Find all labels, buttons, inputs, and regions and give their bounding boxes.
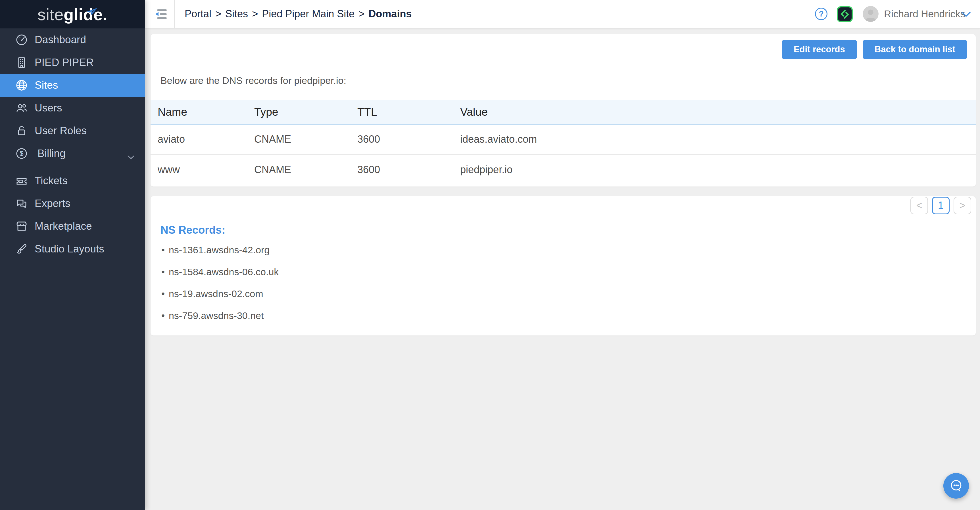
sidebar-item-pied-piper[interactable]: PIED PIPER bbox=[0, 51, 145, 74]
pagination-prev-button[interactable]: < bbox=[910, 197, 928, 214]
breadcrumb-separator: > bbox=[252, 8, 258, 20]
list-item: • ns-1361.awsdns-42.org bbox=[161, 244, 278, 266]
paper-plane-icon bbox=[86, 0, 98, 19]
sidebar-item-label: PIED PIPER bbox=[35, 57, 94, 69]
paintbrush-icon bbox=[15, 242, 29, 256]
svg-text:$: $ bbox=[20, 150, 24, 157]
topbar: Portal > Sites > Pied Piper Main Site > … bbox=[145, 0, 980, 29]
user-menu[interactable]: Richard Hendricks bbox=[884, 0, 965, 28]
ticket-icon bbox=[15, 174, 29, 188]
breadcrumb-site-name[interactable]: Pied Piper Main Site bbox=[262, 8, 355, 20]
breadcrumb-separator: > bbox=[215, 8, 221, 20]
table-row[interactable]: www CNAME 3600 piedpiper.io bbox=[151, 155, 976, 185]
sidebar-item-marketplace[interactable]: Marketplace bbox=[0, 215, 145, 237]
cell-name: aviato bbox=[151, 133, 254, 145]
sidebar-item-label: Marketplace bbox=[35, 220, 92, 232]
logo-dot: . bbox=[103, 5, 108, 24]
cell-ttl: 3600 bbox=[357, 164, 460, 176]
logo[interactable]: siteglide. bbox=[0, 0, 145, 29]
sidebar: siteglide. Dashboard PIED PIPER Sites bbox=[0, 0, 145, 510]
ns-records-card: < 1 > NS Records: • ns-1361.awsdns-42.or… bbox=[151, 196, 976, 335]
topbar-divider bbox=[174, 0, 175, 28]
sidebar-item-sites[interactable]: Sites bbox=[0, 74, 145, 97]
sidebar-item-billing[interactable]: $ Billing bbox=[0, 142, 145, 165]
list-item: • ns-759.awsdns-30.net bbox=[161, 310, 278, 332]
ns-record-value: ns-1361.awsdns-42.org bbox=[169, 244, 270, 255]
bullet: • bbox=[161, 266, 165, 277]
chevron-down-icon bbox=[127, 151, 135, 163]
dashboard-icon bbox=[15, 33, 29, 46]
breadcrumb-separator: > bbox=[358, 8, 364, 20]
sidebar-item-label: Users bbox=[35, 102, 62, 114]
dns-intro-text: Below are the DNS records for piedpiper.… bbox=[161, 75, 346, 86]
globe-icon bbox=[15, 78, 29, 92]
sidebar-item-label: Billing bbox=[38, 148, 65, 159]
bullet: • bbox=[161, 244, 165, 255]
sidebar-item-users[interactable]: Users bbox=[0, 97, 145, 120]
table-row[interactable]: aviato CNAME 3600 ideas.aviato.com bbox=[151, 124, 976, 155]
ns-records-heading: NS Records: bbox=[161, 224, 225, 236]
sidebar-item-experts[interactable]: Experts bbox=[0, 192, 145, 215]
storefront-icon bbox=[15, 220, 29, 233]
sidebar-item-label: Experts bbox=[35, 198, 70, 209]
cell-name: www bbox=[151, 164, 254, 176]
ns-record-value: ns-19.awsdns-02.com bbox=[169, 288, 263, 300]
pagination-next-button[interactable]: > bbox=[954, 197, 971, 214]
cell-ttl: 3600 bbox=[357, 133, 460, 145]
chevron-down-icon[interactable] bbox=[961, 11, 971, 19]
bullet: • bbox=[161, 310, 165, 321]
avatar[interactable] bbox=[863, 6, 878, 22]
column-header-name: Name bbox=[151, 106, 254, 118]
cell-value: ideas.aviato.com bbox=[460, 133, 976, 145]
sidebar-item-dashboard[interactable]: Dashboard bbox=[0, 29, 145, 51]
cell-value: piedpiper.io bbox=[460, 164, 976, 176]
chat-bubbles-icon bbox=[15, 197, 29, 210]
siteglide-app-icon[interactable] bbox=[837, 6, 853, 22]
user-name: Richard Hendricks bbox=[884, 8, 965, 20]
sidebar-item-label: Dashboard bbox=[35, 34, 86, 46]
lock-icon bbox=[15, 124, 29, 138]
sidebar-item-label: Tickets bbox=[35, 175, 68, 187]
building-icon bbox=[15, 56, 29, 69]
bullet: • bbox=[161, 288, 165, 300]
dns-table: Name Type TTL Value aviato CNAME 3600 id… bbox=[151, 100, 976, 185]
help-icon[interactable]: ? bbox=[815, 8, 827, 20]
list-item: • ns-1584.awsdns-06.co.uk bbox=[161, 266, 278, 288]
breadcrumb-sites[interactable]: Sites bbox=[225, 8, 248, 20]
ns-record-value: ns-1584.awsdns-06.co.uk bbox=[169, 266, 278, 277]
dns-records-card: Edit records Back to domain list Below a… bbox=[151, 34, 976, 186]
ns-record-value: ns-759.awsdns-30.net bbox=[169, 310, 264, 321]
sidebar-item-label: Sites bbox=[35, 79, 58, 91]
sidebar-item-tickets[interactable]: Tickets bbox=[0, 169, 145, 192]
breadcrumb-current: Domains bbox=[368, 8, 412, 20]
edit-records-button[interactable]: Edit records bbox=[782, 40, 857, 59]
cell-type: CNAME bbox=[254, 133, 357, 145]
chat-bubble-icon bbox=[948, 477, 965, 494]
sidebar-item-studio-layouts[interactable]: Studio Layouts bbox=[0, 237, 145, 260]
back-to-domain-list-button[interactable]: Back to domain list bbox=[863, 40, 967, 59]
help-question-mark: ? bbox=[819, 10, 824, 19]
column-header-value: Value bbox=[460, 106, 976, 118]
actions-row: Edit records Back to domain list bbox=[782, 40, 967, 59]
main-content: Edit records Back to domain list Below a… bbox=[145, 29, 980, 510]
pagination: < 1 > bbox=[910, 197, 971, 214]
sidebar-item-label: User Roles bbox=[35, 125, 87, 137]
column-header-ttl: TTL bbox=[357, 106, 460, 118]
table-header-row: Name Type TTL Value bbox=[151, 100, 976, 124]
sidebar-collapse-icon[interactable] bbox=[153, 6, 169, 22]
logo-text-site: site bbox=[38, 5, 64, 24]
sidebar-nav: Dashboard PIED PIPER Sites Users User Ro bbox=[0, 29, 145, 260]
sidebar-item-label: Studio Layouts bbox=[35, 243, 104, 255]
users-icon bbox=[15, 101, 29, 115]
chat-widget-button[interactable] bbox=[943, 473, 969, 499]
breadcrumb: Portal > Sites > Pied Piper Main Site > … bbox=[185, 0, 412, 28]
list-item: • ns-19.awsdns-02.com bbox=[161, 288, 278, 310]
dollar-icon: $ bbox=[15, 147, 29, 160]
pagination-page-1-button[interactable]: 1 bbox=[932, 197, 950, 214]
sidebar-item-user-roles[interactable]: User Roles bbox=[0, 120, 145, 142]
breadcrumb-portal[interactable]: Portal bbox=[185, 8, 212, 20]
cell-type: CNAME bbox=[254, 164, 357, 176]
ns-records-list: • ns-1361.awsdns-42.org • ns-1584.awsdns… bbox=[161, 244, 278, 332]
column-header-type: Type bbox=[254, 106, 357, 118]
